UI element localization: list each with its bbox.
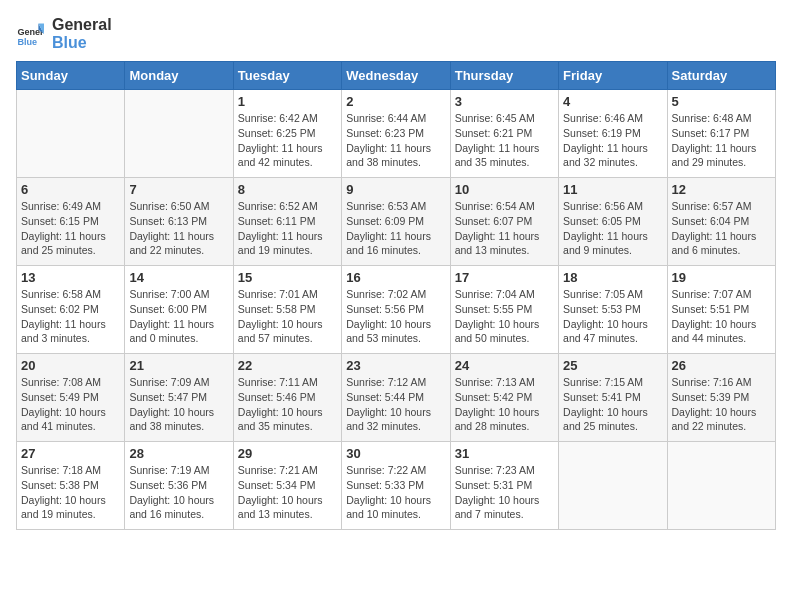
week-row-5: 27Sunrise: 7:18 AMSunset: 5:38 PMDayligh…	[17, 442, 776, 530]
day-number: 21	[129, 358, 228, 373]
day-info: Sunrise: 7:05 AMSunset: 5:53 PMDaylight:…	[563, 287, 662, 346]
day-cell: 29Sunrise: 7:21 AMSunset: 5:34 PMDayligh…	[233, 442, 341, 530]
day-info: Sunrise: 7:23 AMSunset: 5:31 PMDaylight:…	[455, 463, 554, 522]
day-info: Sunrise: 7:07 AMSunset: 5:51 PMDaylight:…	[672, 287, 771, 346]
header-thursday: Thursday	[450, 62, 558, 90]
day-info: Sunrise: 6:44 AMSunset: 6:23 PMDaylight:…	[346, 111, 445, 170]
day-info: Sunrise: 6:56 AMSunset: 6:05 PMDaylight:…	[563, 199, 662, 258]
day-info: Sunrise: 7:18 AMSunset: 5:38 PMDaylight:…	[21, 463, 120, 522]
day-number: 10	[455, 182, 554, 197]
day-number: 11	[563, 182, 662, 197]
day-number: 3	[455, 94, 554, 109]
day-number: 27	[21, 446, 120, 461]
day-info: Sunrise: 7:15 AMSunset: 5:41 PMDaylight:…	[563, 375, 662, 434]
day-number: 4	[563, 94, 662, 109]
logo-text-blue: Blue	[52, 34, 112, 52]
day-number: 2	[346, 94, 445, 109]
day-cell: 27Sunrise: 7:18 AMSunset: 5:38 PMDayligh…	[17, 442, 125, 530]
day-number: 28	[129, 446, 228, 461]
calendar-table: SundayMondayTuesdayWednesdayThursdayFrid…	[16, 61, 776, 530]
day-info: Sunrise: 7:04 AMSunset: 5:55 PMDaylight:…	[455, 287, 554, 346]
header-sunday: Sunday	[17, 62, 125, 90]
day-cell: 4Sunrise: 6:46 AMSunset: 6:19 PMDaylight…	[559, 90, 667, 178]
day-number: 9	[346, 182, 445, 197]
day-info: Sunrise: 7:00 AMSunset: 6:00 PMDaylight:…	[129, 287, 228, 346]
day-cell: 1Sunrise: 6:42 AMSunset: 6:25 PMDaylight…	[233, 90, 341, 178]
header-monday: Monday	[125, 62, 233, 90]
day-cell: 31Sunrise: 7:23 AMSunset: 5:31 PMDayligh…	[450, 442, 558, 530]
day-number: 16	[346, 270, 445, 285]
day-number: 12	[672, 182, 771, 197]
day-cell: 19Sunrise: 7:07 AMSunset: 5:51 PMDayligh…	[667, 266, 775, 354]
day-info: Sunrise: 7:09 AMSunset: 5:47 PMDaylight:…	[129, 375, 228, 434]
day-info: Sunrise: 7:19 AMSunset: 5:36 PMDaylight:…	[129, 463, 228, 522]
day-cell: 6Sunrise: 6:49 AMSunset: 6:15 PMDaylight…	[17, 178, 125, 266]
day-info: Sunrise: 6:58 AMSunset: 6:02 PMDaylight:…	[21, 287, 120, 346]
day-cell: 2Sunrise: 6:44 AMSunset: 6:23 PMDaylight…	[342, 90, 450, 178]
day-info: Sunrise: 6:49 AMSunset: 6:15 PMDaylight:…	[21, 199, 120, 258]
day-number: 15	[238, 270, 337, 285]
day-cell: 22Sunrise: 7:11 AMSunset: 5:46 PMDayligh…	[233, 354, 341, 442]
day-info: Sunrise: 7:01 AMSunset: 5:58 PMDaylight:…	[238, 287, 337, 346]
day-info: Sunrise: 6:48 AMSunset: 6:17 PMDaylight:…	[672, 111, 771, 170]
day-cell: 3Sunrise: 6:45 AMSunset: 6:21 PMDaylight…	[450, 90, 558, 178]
day-cell: 28Sunrise: 7:19 AMSunset: 5:36 PMDayligh…	[125, 442, 233, 530]
header-friday: Friday	[559, 62, 667, 90]
day-cell: 23Sunrise: 7:12 AMSunset: 5:44 PMDayligh…	[342, 354, 450, 442]
logo-text-general: General	[52, 16, 112, 34]
day-number: 6	[21, 182, 120, 197]
day-number: 30	[346, 446, 445, 461]
day-cell	[559, 442, 667, 530]
day-cell: 25Sunrise: 7:15 AMSunset: 5:41 PMDayligh…	[559, 354, 667, 442]
week-row-3: 13Sunrise: 6:58 AMSunset: 6:02 PMDayligh…	[17, 266, 776, 354]
day-number: 17	[455, 270, 554, 285]
day-info: Sunrise: 6:52 AMSunset: 6:11 PMDaylight:…	[238, 199, 337, 258]
day-number: 8	[238, 182, 337, 197]
day-info: Sunrise: 6:45 AMSunset: 6:21 PMDaylight:…	[455, 111, 554, 170]
day-cell: 30Sunrise: 7:22 AMSunset: 5:33 PMDayligh…	[342, 442, 450, 530]
day-cell	[125, 90, 233, 178]
day-cell	[17, 90, 125, 178]
day-cell: 10Sunrise: 6:54 AMSunset: 6:07 PMDayligh…	[450, 178, 558, 266]
day-info: Sunrise: 6:50 AMSunset: 6:13 PMDaylight:…	[129, 199, 228, 258]
day-number: 23	[346, 358, 445, 373]
day-cell: 15Sunrise: 7:01 AMSunset: 5:58 PMDayligh…	[233, 266, 341, 354]
day-number: 24	[455, 358, 554, 373]
day-cell: 24Sunrise: 7:13 AMSunset: 5:42 PMDayligh…	[450, 354, 558, 442]
calendar-header-row: SundayMondayTuesdayWednesdayThursdayFrid…	[17, 62, 776, 90]
day-cell: 5Sunrise: 6:48 AMSunset: 6:17 PMDaylight…	[667, 90, 775, 178]
day-info: Sunrise: 6:53 AMSunset: 6:09 PMDaylight:…	[346, 199, 445, 258]
logo-icon: General Blue	[16, 20, 44, 48]
day-info: Sunrise: 7:11 AMSunset: 5:46 PMDaylight:…	[238, 375, 337, 434]
day-cell: 18Sunrise: 7:05 AMSunset: 5:53 PMDayligh…	[559, 266, 667, 354]
week-row-2: 6Sunrise: 6:49 AMSunset: 6:15 PMDaylight…	[17, 178, 776, 266]
day-cell: 16Sunrise: 7:02 AMSunset: 5:56 PMDayligh…	[342, 266, 450, 354]
day-number: 31	[455, 446, 554, 461]
page-header: General Blue General Blue	[16, 16, 776, 51]
day-info: Sunrise: 7:22 AMSunset: 5:33 PMDaylight:…	[346, 463, 445, 522]
day-info: Sunrise: 7:21 AMSunset: 5:34 PMDaylight:…	[238, 463, 337, 522]
day-info: Sunrise: 7:02 AMSunset: 5:56 PMDaylight:…	[346, 287, 445, 346]
day-info: Sunrise: 6:54 AMSunset: 6:07 PMDaylight:…	[455, 199, 554, 258]
day-number: 25	[563, 358, 662, 373]
day-cell: 11Sunrise: 6:56 AMSunset: 6:05 PMDayligh…	[559, 178, 667, 266]
header-wednesday: Wednesday	[342, 62, 450, 90]
day-cell: 8Sunrise: 6:52 AMSunset: 6:11 PMDaylight…	[233, 178, 341, 266]
day-number: 19	[672, 270, 771, 285]
week-row-1: 1Sunrise: 6:42 AMSunset: 6:25 PMDaylight…	[17, 90, 776, 178]
day-cell: 14Sunrise: 7:00 AMSunset: 6:00 PMDayligh…	[125, 266, 233, 354]
day-info: Sunrise: 7:13 AMSunset: 5:42 PMDaylight:…	[455, 375, 554, 434]
svg-text:Blue: Blue	[17, 36, 37, 46]
day-number: 26	[672, 358, 771, 373]
day-cell: 21Sunrise: 7:09 AMSunset: 5:47 PMDayligh…	[125, 354, 233, 442]
day-cell: 12Sunrise: 6:57 AMSunset: 6:04 PMDayligh…	[667, 178, 775, 266]
day-info: Sunrise: 6:57 AMSunset: 6:04 PMDaylight:…	[672, 199, 771, 258]
header-saturday: Saturday	[667, 62, 775, 90]
day-info: Sunrise: 7:16 AMSunset: 5:39 PMDaylight:…	[672, 375, 771, 434]
day-cell: 17Sunrise: 7:04 AMSunset: 5:55 PMDayligh…	[450, 266, 558, 354]
day-number: 14	[129, 270, 228, 285]
day-info: Sunrise: 6:46 AMSunset: 6:19 PMDaylight:…	[563, 111, 662, 170]
day-number: 1	[238, 94, 337, 109]
day-cell: 20Sunrise: 7:08 AMSunset: 5:49 PMDayligh…	[17, 354, 125, 442]
day-cell: 9Sunrise: 6:53 AMSunset: 6:09 PMDaylight…	[342, 178, 450, 266]
